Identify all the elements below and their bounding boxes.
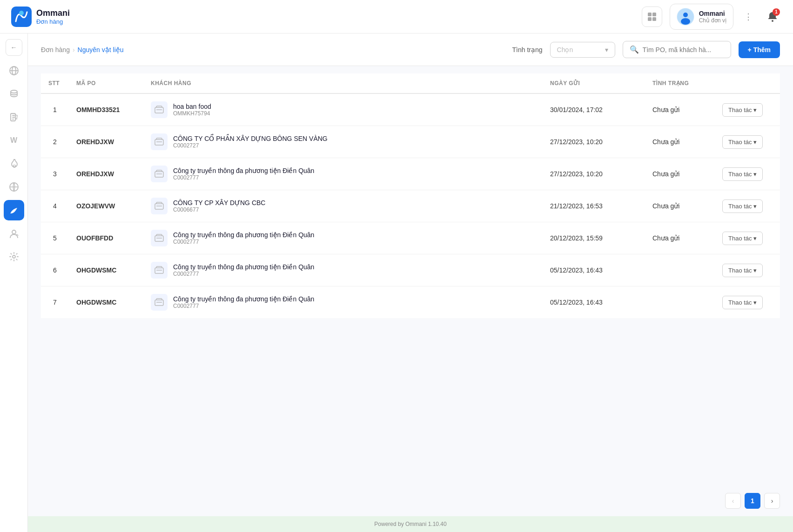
- cell-tinh-trang: Chưa gửi: [645, 190, 715, 222]
- action-button[interactable]: Thao tác ▾: [722, 264, 763, 277]
- cell-ma-po: OUOFBFDD: [69, 222, 143, 254]
- sidebar-item-leaf[interactable]: [4, 200, 24, 220]
- customer-code: C0006677: [173, 206, 265, 213]
- action-button[interactable]: Thao tác ▾: [722, 200, 763, 213]
- cell-action: Thao tác ▾: [715, 190, 780, 222]
- cell-action: Thao tác ▾: [715, 222, 780, 254]
- sidebar-item-orders[interactable]: [4, 107, 24, 127]
- page-1-button[interactable]: 1: [745, 493, 760, 509]
- sidebar-item-database[interactable]: [4, 84, 24, 104]
- cell-stt: 7: [41, 286, 69, 319]
- table-row: 6 OHGDWSMC Công ty truyền thông đa phươn…: [41, 254, 780, 286]
- sidebar-item-w[interactable]: W: [4, 130, 24, 151]
- customer-info: CÔNG TY CỔ PHẦN XÂY DỰNG BÔNG SEN VÀNG C…: [173, 135, 328, 149]
- customer-icon: [151, 262, 168, 279]
- action-button[interactable]: Thao tác ▾: [722, 135, 763, 149]
- col-stt: STT: [41, 73, 69, 93]
- sidebar-item-planet[interactable]: [4, 60, 24, 81]
- action-button[interactable]: Thao tác ▾: [722, 296, 763, 309]
- action-button[interactable]: Thao tác ▾: [722, 103, 763, 117]
- cell-ngay-gui: 27/12/2023, 10:20: [543, 158, 645, 190]
- svg-rect-18: [155, 107, 163, 113]
- brand-name: Ommani: [36, 8, 70, 18]
- search-icon: 🔍: [630, 45, 639, 54]
- data-table: STT MÃ PO KHÁCH HÀNG NGÀY GỬI TÌNH TRẠNG…: [41, 73, 780, 318]
- brand-logo: Ommani Đơn hàng: [11, 7, 70, 27]
- footer: Powered by Ommani 1.10.40: [28, 516, 793, 532]
- sidebar-item-settings[interactable]: [4, 246, 24, 267]
- notification-badge: 1: [773, 8, 780, 16]
- table-body: 1 OMMHD33521 hoa ban food OMMKH75794: [41, 93, 780, 318]
- filter-select[interactable]: Chọn ▾: [550, 42, 615, 58]
- customer-code: C0002777: [173, 239, 314, 245]
- action-button[interactable]: Thao tác ▾: [722, 167, 763, 181]
- cell-tinh-trang: [645, 286, 715, 319]
- cell-stt: 6: [41, 254, 69, 286]
- more-button[interactable]: ⋮: [741, 9, 756, 24]
- table-row: 1 OMMHD33521 hoa ban food OMMKH75794: [41, 93, 780, 126]
- table-row: 3 OREHDJXW Công ty truyền thông đa phươn…: [41, 158, 780, 190]
- search-input[interactable]: [643, 46, 724, 53]
- svg-point-8: [681, 18, 690, 25]
- cell-khach-hang: Công ty truyền thông đa phương tiện Điền…: [143, 222, 543, 254]
- svg-rect-20: [155, 172, 163, 177]
- cell-action: Thao tác ▾: [715, 254, 780, 286]
- user-name: Ommani: [699, 10, 726, 17]
- filter-label: Tình trạng: [512, 46, 543, 53]
- cell-ngay-gui: 30/01/2024, 17:02: [543, 93, 645, 126]
- svg-rect-22: [155, 236, 163, 241]
- customer-name: Công ty truyền thông đa phương tiện Điền…: [173, 231, 314, 239]
- col-ngay-gui: NGÀY GỬI: [543, 73, 645, 93]
- search-box[interactable]: 🔍: [623, 41, 731, 58]
- top-header: Ommani Đơn hàng Ommani Chủ đ: [0, 0, 793, 33]
- cell-ma-po: OREHDJXW: [69, 158, 143, 190]
- svg-point-13: [11, 90, 17, 93]
- customer-icon: [151, 198, 168, 214]
- cell-ngay-gui: 21/12/2023, 16:53: [543, 190, 645, 222]
- cell-khach-hang: Công ty truyền thông đa phương tiện Điền…: [143, 254, 543, 286]
- sidebar-item-fire[interactable]: [4, 153, 24, 174]
- cell-khach-hang: CÔNG TY CỔ PHẦN XÂY DỰNG BÔNG SEN VÀNG C…: [143, 126, 543, 158]
- next-page-button[interactable]: ›: [764, 493, 780, 509]
- cell-ngay-gui: 05/12/2023, 16:43: [543, 254, 645, 286]
- add-button[interactable]: + Thêm: [739, 41, 780, 58]
- customer-name: Công ty truyền thông đa phương tiện Điền…: [173, 295, 314, 303]
- cell-tinh-trang: Chưa gửi: [645, 126, 715, 158]
- sidebar-item-user[interactable]: [4, 223, 24, 244]
- cell-ngay-gui: 20/12/2023, 15:59: [543, 222, 645, 254]
- svg-point-17: [13, 255, 15, 258]
- header-right: Ommani Chủ đơn vị ⋮ 1: [642, 4, 782, 30]
- customer-code: C0002777: [173, 303, 314, 309]
- cell-action: Thao tác ▾: [715, 286, 780, 319]
- breadcrumb-root: Đơn hàng: [41, 46, 70, 53]
- customer-code: C0002727: [173, 142, 328, 149]
- cell-ma-po: OZOJEWVW: [69, 190, 143, 222]
- table-container: STT MÃ PO KHÁCH HÀNG NGÀY GỬI TÌNH TRẠNG…: [28, 66, 793, 485]
- cell-stt: 2: [41, 126, 69, 158]
- col-action: [715, 73, 780, 93]
- main-layout: ← W: [0, 33, 793, 532]
- user-card[interactable]: Ommani Chủ đơn vị: [670, 4, 733, 30]
- svg-rect-2: [648, 13, 652, 16]
- cell-ma-po: OHGDWSMC: [69, 286, 143, 319]
- cell-stt: 3: [41, 158, 69, 190]
- prev-page-button[interactable]: ‹: [725, 493, 741, 509]
- table-row: 2 OREHDJXW CÔNG TY CỔ PHẦN XÂY DỰNG BÔNG…: [41, 126, 780, 158]
- customer-icon: [151, 133, 168, 150]
- customer-info: hoa ban food OMMKH75794: [173, 103, 211, 117]
- cell-khach-hang: hoa ban food OMMKH75794: [143, 93, 543, 126]
- svg-point-16: [12, 230, 16, 234]
- notification-button[interactable]: 1: [763, 7, 782, 26]
- customer-name: CÔNG TY CP XÂY DỰNG CBC: [173, 199, 265, 206]
- table-row: 4 OZOJEWVW CÔNG TY CP XÂY DỰNG CBC C0006…: [41, 190, 780, 222]
- cell-ma-po: OREHDJXW: [69, 126, 143, 158]
- svg-rect-21: [155, 204, 163, 209]
- sidebar-item-globe[interactable]: [4, 177, 24, 197]
- brand-subtitle: Đơn hàng: [36, 18, 70, 25]
- sidebar-back-button[interactable]: ←: [6, 39, 22, 56]
- table-row: 7 OHGDWSMC Công ty truyền thông đa phươn…: [41, 286, 780, 319]
- action-button[interactable]: Thao tác ▾: [722, 232, 763, 245]
- svg-rect-3: [652, 13, 656, 16]
- grid-icon-button[interactable]: [642, 7, 662, 27]
- pagination: ‹ 1 ›: [28, 485, 793, 516]
